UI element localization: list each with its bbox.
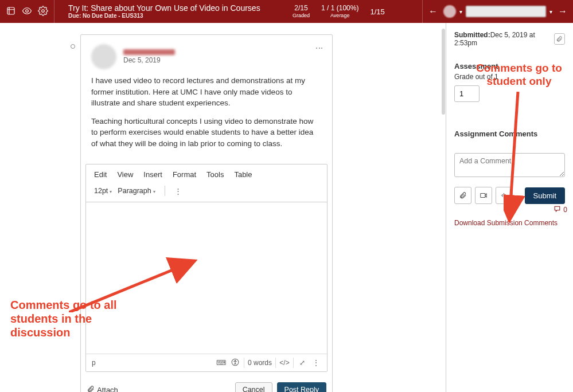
divider xyxy=(244,358,244,368)
scrollbar[interactable] xyxy=(442,29,445,115)
accessibility-icon[interactable] xyxy=(230,358,240,368)
editor-menubar: Edit View Insert Format Tools Table xyxy=(86,164,327,183)
svg-rect-5 xyxy=(481,194,485,198)
submitted-label: Submitted: xyxy=(454,31,490,39)
comment-textarea[interactable] xyxy=(454,153,565,177)
unread-indicator xyxy=(71,44,75,49)
divider xyxy=(422,0,423,23)
grade-out-of-label: Grade out of 1 xyxy=(454,73,565,81)
comment-count: 0 xyxy=(553,205,567,214)
statusbar-more-kebab[interactable]: ⋮ xyxy=(311,359,321,367)
discussion-post: Dec 5, 2019 ⋮ I have used video to recor… xyxy=(80,34,333,392)
submission-attachments-icon[interactable] xyxy=(554,33,565,45)
average-score: 1 / 1 (100%) xyxy=(321,4,358,12)
svg-point-4 xyxy=(235,360,235,360)
attach-file-button[interactable] xyxy=(454,187,471,204)
editor-menu-insert[interactable]: Insert xyxy=(143,170,162,179)
post-paragraph: I have used video to record lectures and… xyxy=(91,75,322,109)
divider xyxy=(165,186,165,196)
editor-menu-edit[interactable]: Edit xyxy=(94,170,107,179)
media-comment-button[interactable] xyxy=(475,187,492,204)
post-paragraph: Teaching horticultural concepts I using … xyxy=(91,116,322,150)
cancel-button[interactable]: Cancel xyxy=(235,382,272,392)
toolbar-more-kebab[interactable]: ⋮ xyxy=(174,187,182,195)
average-label: Average xyxy=(321,13,358,19)
speedgrader-topbar: Try It: Share about Your Own Use of Vide… xyxy=(0,0,573,23)
editor-menu-table[interactable]: Table xyxy=(234,170,252,179)
editor-toolbar: 12pt▾ Paragraph▾ ⋮ xyxy=(86,183,327,202)
student-name-dropdown[interactable] xyxy=(466,6,546,17)
graded-count: 2/15 xyxy=(293,4,310,12)
editor-textarea[interactable] xyxy=(86,202,327,354)
topbar-stats: 2/15 Graded 1 / 1 (100%) Average 1/15 xyxy=(293,0,385,23)
student-position: 1/15 xyxy=(370,7,384,16)
divider xyxy=(293,358,294,368)
word-count: 0 words xyxy=(248,359,272,367)
download-comments-link[interactable]: Download Submission Comments xyxy=(454,219,565,227)
attach-label: Attach xyxy=(97,386,118,392)
gradebook-icon[interactable] xyxy=(6,6,16,18)
grading-sidebar: Submitted:Dec 5, 2019 at 2:53pm Assessme… xyxy=(446,23,573,392)
assignment-subtitle: Due: No Due Date - EUS313 xyxy=(68,13,260,19)
comment-icon xyxy=(553,205,561,214)
block-format-select[interactable]: Paragraph▾ xyxy=(118,187,155,195)
font-size-select[interactable]: 12pt▾ xyxy=(94,187,112,195)
editor-menu-tools[interactable]: Tools xyxy=(206,170,224,179)
post-options-kebab[interactable]: ⋮ xyxy=(315,44,324,53)
editor-element-path: p xyxy=(92,359,213,367)
post-date: Dec 5, 2019 xyxy=(123,56,175,64)
svg-point-2 xyxy=(42,9,45,12)
editor-statusbar: p ⌨ 0 words </> ⤢ ⋮ xyxy=(86,354,327,371)
attach-button[interactable]: Attach xyxy=(87,385,231,392)
author-name[interactable] xyxy=(123,49,175,55)
graded-label: Graded xyxy=(293,13,310,19)
svg-point-1 xyxy=(26,9,29,12)
submit-comment-button[interactable]: Submit xyxy=(525,187,565,204)
chevron-down-icon[interactable]: ▾ xyxy=(459,9,462,15)
divider xyxy=(54,0,54,23)
next-student-button[interactable]: → xyxy=(556,6,570,17)
editor-menu-format[interactable]: Format xyxy=(173,170,196,179)
assignment-title[interactable]: Try It: Share about Your Own Use of Vide… xyxy=(68,3,260,13)
gear-icon[interactable] xyxy=(38,6,48,18)
paperclip-icon xyxy=(87,385,95,392)
grade-input[interactable] xyxy=(454,85,480,102)
svg-rect-0 xyxy=(7,7,14,14)
author-avatar xyxy=(91,44,116,69)
assessment-heading: Assessment xyxy=(454,62,565,70)
post-body: I have used video to record lectures and… xyxy=(81,75,332,164)
visibility-icon[interactable] xyxy=(22,6,32,18)
prev-student-button[interactable]: ← xyxy=(426,6,440,17)
divider xyxy=(275,358,276,368)
chevron-down-icon[interactable]: ▾ xyxy=(549,9,552,15)
fullscreen-icon[interactable]: ⤢ xyxy=(297,359,307,367)
editor-menu-view[interactable]: View xyxy=(117,170,133,179)
reply-editor: Edit View Insert Format Tools Table 12pt… xyxy=(85,164,328,372)
post-reply-button[interactable]: Post Reply xyxy=(277,382,326,392)
html-editor-icon[interactable]: </> xyxy=(279,359,290,367)
assignment-comments-heading: Assignment Comments xyxy=(454,130,565,138)
student-avatar[interactable] xyxy=(443,5,456,18)
keyboard-icon[interactable]: ⌨ xyxy=(216,359,227,367)
speech-recognition-button[interactable] xyxy=(496,187,513,204)
